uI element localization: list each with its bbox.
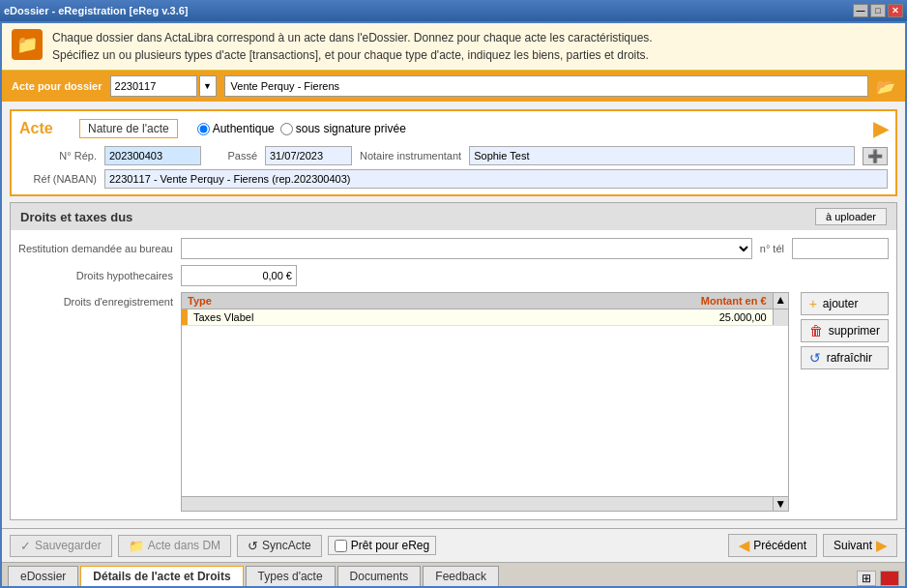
folder-icon: 📁	[129, 539, 144, 553]
sync-acte-button[interactable]: ↺ SyncActe	[237, 535, 322, 557]
dossier-name-display: Vente Perquy - Fierens	[224, 75, 868, 97]
dossier-label: Acte pour dossier	[12, 80, 102, 92]
hypothecaires-row: Droits hypothecaires	[18, 265, 889, 286]
add-notaire-button[interactable]: ➕	[863, 147, 888, 165]
acte-header: Acte Nature de l'acte Authentique sous s…	[19, 117, 888, 140]
ref-label: Réf (NABAN)	[19, 173, 97, 185]
window-title: eDossier - eRegistration [eReg v.3.6]	[4, 5, 189, 16]
suivant-button[interactable]: Suivant ▶	[823, 534, 897, 557]
rep-row: N° Rép. Passé Notaire instrumentant ➕	[19, 146, 888, 165]
acte-arrow-button[interactable]: ▶	[873, 117, 888, 140]
radio-authentique[interactable]: Authentique	[197, 122, 275, 135]
droits-header: Droits et taxes dus à uploader	[11, 203, 896, 230]
nature-group: Nature de l'acte	[79, 119, 178, 138]
acte-title: Acte	[19, 120, 68, 137]
folder-open-button[interactable]: 📂	[876, 77, 895, 96]
rep-input[interactable]	[104, 146, 201, 165]
pret-checkbox[interactable]	[335, 540, 347, 552]
tel-input[interactable]	[792, 238, 889, 259]
supprimer-button[interactable]: 🗑 supprimer	[801, 319, 889, 342]
info-icon: 📁	[12, 29, 43, 60]
sync-icon: ↺	[248, 539, 258, 553]
hyp-label: Droits hypothecaires	[18, 270, 173, 281]
cell-type: Taxes Vlabel	[188, 309, 657, 325]
droits-title: Droits et taxes dus	[20, 210, 132, 224]
content-area: Acte Nature de l'acte Authentique sous s…	[2, 102, 905, 528]
refresh-icon: ↺	[809, 350, 821, 366]
dossier-number-input[interactable]	[110, 75, 197, 97]
droits-body: Restitution demandée au bureau n° tél Dr…	[11, 230, 896, 519]
info-text: Chaque dossier dans ActaLibra correspond…	[52, 29, 653, 64]
save-icon: ✓	[20, 539, 31, 553]
notaire-label: Notaire instrumentant	[360, 150, 461, 162]
dossier-row: Acte pour dossier ▼ Vente Perquy - Fiere…	[2, 71, 905, 102]
scroll-up-btn[interactable]: ▲	[773, 293, 788, 309]
passe-input[interactable]	[265, 146, 352, 165]
status-red-icon[interactable]	[880, 571, 899, 586]
restitution-select[interactable]	[181, 238, 752, 259]
grid-view-icon[interactable]: ⊞	[857, 571, 876, 586]
window-controls: — □ ✕	[853, 4, 903, 17]
scroll-down-btn[interactable]: ▼	[773, 497, 788, 511]
tab-types-acte[interactable]: Types d'acte	[246, 566, 336, 586]
dossier-dropdown-arrow[interactable]: ▼	[199, 75, 217, 97]
acte-fields: N° Rép. Passé Notaire instrumentant ➕ Ré…	[19, 146, 888, 189]
pret-checkbox-group: Prêt pour eReg	[328, 536, 436, 555]
ajouter-button[interactable]: + ajouter	[801, 292, 889, 315]
enreg-table-body: Taxes Vlabel 25.000,00	[182, 309, 788, 496]
passe-label: Passé	[209, 150, 257, 162]
acte-section: Acte Nature de l'acte Authentique sous s…	[10, 109, 897, 196]
upload-button[interactable]: à uploader	[815, 208, 887, 225]
tab-details[interactable]: Détails de l'acte et Droits	[80, 566, 243, 586]
notaire-input[interactable]	[469, 146, 855, 165]
dossier-input-group: ▼	[110, 75, 217, 97]
sauvegarder-button[interactable]: ✓ Sauvegarder	[10, 535, 112, 557]
ref-value: 2230117 - Vente Perquy - Fierens (rep.20…	[104, 169, 888, 189]
title-bar: eDossier - eRegistration [eReg v.3.6] — …	[0, 0, 907, 21]
forward-arrow-icon: ▶	[876, 538, 887, 553]
restitution-label: Restitution demandée au bureau	[18, 243, 173, 254]
ref-row: Réf (NABAN) 2230117 - Vente Perquy - Fie…	[19, 169, 888, 189]
hyp-input[interactable]	[181, 265, 297, 286]
main-window: 📁 Chaque dossier dans ActaLibra correspo…	[0, 21, 907, 588]
enreg-table: Type Montant en € ▲ Taxes Vlabel 25.000,…	[181, 292, 789, 512]
info-banner: 📁 Chaque dossier dans ActaLibra correspo…	[2, 23, 905, 71]
bottom-toolbar: ✓ Sauvegarder 📁 Acte dans DM ↺ SyncActe …	[2, 528, 905, 562]
cell-montant: 25.000,00	[657, 309, 773, 325]
radio-group: Authentique sous signature privée	[197, 122, 406, 135]
enreg-table-header: Type Montant en € ▲	[182, 293, 788, 309]
back-arrow-icon: ◀	[739, 538, 749, 553]
tel-label: n° tél	[760, 243, 784, 254]
acte-dm-button[interactable]: 📁 Acte dans DM	[118, 535, 231, 557]
trash-icon: 🗑	[809, 323, 823, 338]
tab-bar: eDossier Détails de l'acte et Droits Typ…	[2, 562, 905, 586]
radio-signature-privee[interactable]: sous signature privée	[280, 122, 406, 135]
tab-feedback[interactable]: Feedback	[423, 566, 499, 586]
enreg-label: Droits d'enregistrement	[18, 292, 173, 512]
tab-documents[interactable]: Documents	[337, 566, 422, 586]
col-montant-header: Montant en €	[657, 293, 773, 309]
close-button[interactable]: ✕	[888, 4, 903, 17]
enregistrement-row: Droits d'enregistrement Type Montant en …	[18, 292, 889, 512]
precedent-button[interactable]: ◀ Précédent	[728, 534, 817, 557]
action-buttons: + ajouter 🗑 supprimer ↺ rafraîchir	[801, 292, 889, 512]
row-scroll	[773, 309, 788, 325]
rep-label: N° Rép.	[19, 150, 97, 162]
rafraichir-button[interactable]: ↺ rafraîchir	[801, 346, 889, 369]
maximize-button[interactable]: □	[870, 4, 886, 17]
table-row[interactable]: Taxes Vlabel 25.000,00	[182, 309, 788, 326]
droits-section: Droits et taxes dus à uploader Restituti…	[10, 202, 897, 520]
minimize-button[interactable]: —	[853, 4, 868, 17]
restitution-row: Restitution demandée au bureau n° tél	[18, 238, 889, 259]
col-type-header: Type	[182, 293, 657, 309]
scroll-down-area: ▼	[182, 496, 788, 511]
plus-icon: +	[809, 296, 817, 311]
tab-icons: ⊞	[857, 571, 899, 586]
tab-edossier[interactable]: eDossier	[8, 566, 78, 586]
